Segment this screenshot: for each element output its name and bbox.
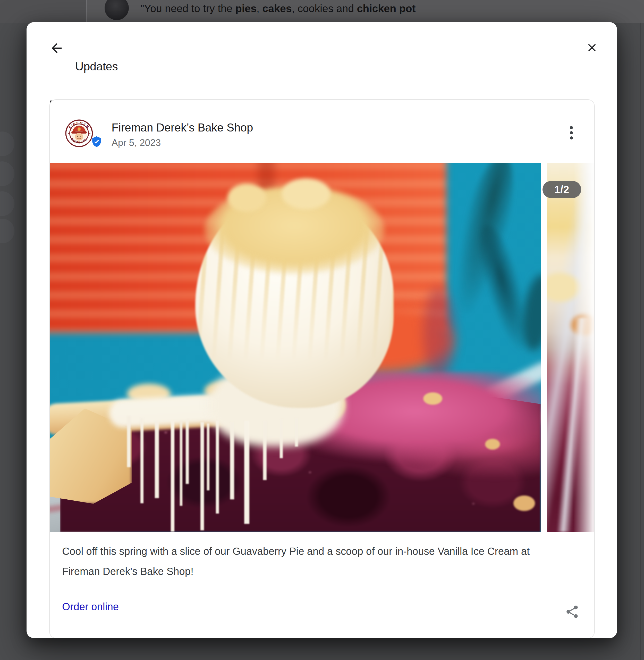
background-thumbnail bbox=[0, 219, 15, 243]
background-review-snippet: "You need to try the pies, cakes, cookie… bbox=[140, 2, 415, 16]
photo-gap bbox=[541, 163, 547, 532]
share-button[interactable] bbox=[563, 602, 581, 621]
close-icon bbox=[585, 41, 598, 54]
verified-badge-icon bbox=[90, 135, 103, 148]
post-caption: Cool off this spring with a slice of our… bbox=[62, 541, 565, 581]
order-online-link[interactable]: Order online bbox=[62, 599, 119, 614]
background-sidebar-strip bbox=[0, 0, 87, 23]
background-right-edge bbox=[640, 23, 641, 660]
photo-counter-badge: 1/2 bbox=[543, 181, 581, 198]
background-thumbnail bbox=[0, 161, 15, 186]
background-thumbnail bbox=[0, 191, 15, 216]
close-button[interactable] bbox=[584, 40, 600, 56]
next-photo-preview[interactable] bbox=[547, 163, 595, 532]
back-button[interactable] bbox=[48, 40, 65, 57]
business-name: Fireman Derek’s Bake Shop bbox=[112, 120, 253, 135]
dialog-title: Updates bbox=[75, 59, 118, 74]
back-arrow-icon bbox=[49, 41, 64, 56]
share-icon bbox=[565, 604, 580, 619]
post-media-row: 1/2 bbox=[50, 163, 595, 532]
background-divider bbox=[86, 0, 87, 23]
post-date: Apr 5, 2023 bbox=[112, 136, 161, 149]
kebab-icon bbox=[570, 126, 573, 129]
screen: "You need to try the pies, cakes, cookie… bbox=[0, 0, 644, 660]
post-photo[interactable] bbox=[50, 163, 541, 532]
updates-dialog: Updates Recent updates bbox=[26, 22, 617, 638]
update-post-card: FIREMAN DEREK'S bbox=[49, 99, 595, 638]
more-options-button[interactable] bbox=[563, 123, 580, 143]
business-avatar: FIREMAN DEREK'S bbox=[65, 119, 93, 148]
background-thumbnail bbox=[0, 131, 15, 156]
business-logo: FIREMAN DEREK'S bbox=[65, 119, 93, 148]
